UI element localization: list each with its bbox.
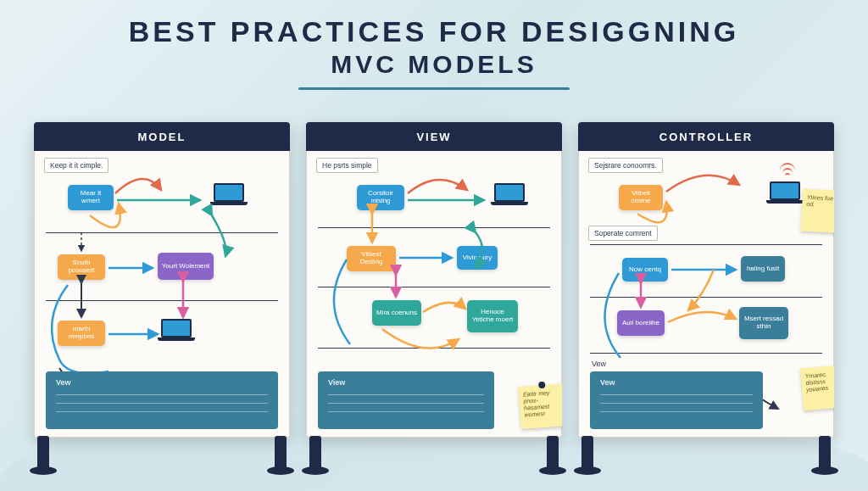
tag-separate-concerns: Sejsrare conoomrs. [588,158,663,173]
view-panel-label: Vew [56,378,268,387]
boards-row: MODEL Keep it it cimple. Mear it wmert S… [34,122,834,476]
wifi-icon [780,166,795,178]
chip-view-low-right: Henoce Yetiche moert [467,300,518,332]
chip-view-mid-left: Vilsest Desling [347,246,396,271]
sticky-note-view: Eatitr mey pnos- hasamest womesr [518,383,562,429]
sticky-note-bottom: Ymarec. distisns youwres [800,365,834,411]
title-block: BEST PRACTICES FOR DESIGGNING MVC MODELS [0,0,868,90]
page-title-line2: MVC MODELS [0,50,868,79]
view-panel-label: View [328,378,484,387]
tag-parts-simple: He psrts simple [316,158,378,173]
laptop-icon [494,183,525,204]
divider [318,287,550,287]
sticky-text: Eatitr mey pnos- hasamest womesr [523,389,550,417]
title-underline [298,87,570,90]
sticky-note-top: Ytines fue off-od. [801,189,834,234]
laptop-icon [214,183,244,204]
sticky-text: Ytines fue off-od. [806,194,834,208]
view-panel-controller: Vew [590,371,763,429]
chip-view-low-left: Mira coenuns [372,300,421,326]
board-model: MODEL Keep it it cimple. Mear it wmert S… [34,122,290,476]
view-panel-label: Vew [600,378,753,387]
divider [318,227,550,228]
chip-view-top: Corsitoir mising [357,185,404,210]
board-body-controller: Sejsrare conoomrs. Vitbell cnsine Sopera… [578,151,834,438]
laptop-icon [161,319,192,339]
board-leg [275,436,287,471]
divider [318,348,550,349]
chip-view-mid-right: Vivin vory [457,246,498,270]
board-view: VIEW He psrts simple Corsitoir mising Vi… [306,122,562,476]
sticky-text: Ymarec. distisns youwres [804,371,828,393]
divider [590,297,822,298]
tag-keep-simple: Keep it it cimple. [44,158,108,173]
board-header-view: VIEW [306,122,562,151]
view-label-ctrl: Vew [592,360,606,368]
board-header-model: MODEL [34,122,290,151]
page-title-line1: BEST PRACTICES FOR DESIGGNING [0,15,868,48]
board-controller: CONTROLLER Sejsrare conoomrs. Vitbell cn… [578,122,834,476]
board-body-view: He psrts simple Corsitoir mising Vilsest… [306,151,562,438]
chip-ctrl-top: Vitbell cnsine [619,185,663,210]
board-body-model: Keep it it cimple. Mear it wmert Snuth p… [34,151,290,438]
board-leg [581,436,593,471]
divider [46,232,278,233]
divider [46,300,278,301]
view-panel-model: Vew [46,371,278,429]
tag-separate-content: Soperate comrent [588,226,658,241]
chip-ctrl-low-right: Msert ressad sthin [739,307,788,339]
chip-model-mid-right: Yourt Wolement [158,253,214,280]
board-leg [309,436,321,471]
chip-ctrl-mid-right: haling fusit [741,256,785,282]
view-panel-view: View [318,371,494,429]
board-leg [37,436,49,471]
board-leg [547,436,559,471]
chip-model-bottom: marth mmpbns [58,321,105,346]
board-leg [819,436,831,471]
chip-model-top: Mear it wmert [68,185,114,210]
board-header-controller: CONTROLLER [578,122,834,151]
pin-icon [538,382,546,389]
divider [590,244,822,245]
laptop-icon [770,181,800,202]
chip-ctrl-mid-left: Now centq [622,258,668,282]
chip-model-mid-left: Snuth pcoosert [58,254,105,280]
chip-ctrl-low-left: Auil boreiihe [617,310,665,336]
divider [590,353,822,354]
